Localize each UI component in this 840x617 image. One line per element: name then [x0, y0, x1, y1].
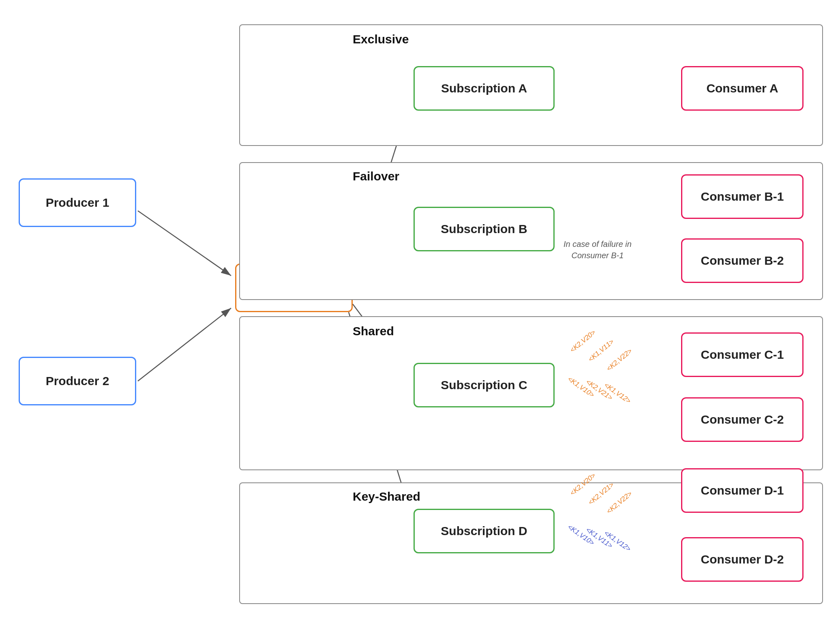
shared-title: Shared: [353, 324, 394, 338]
key-shared-title: Key-Shared: [353, 490, 420, 503]
consumer-b2-label: Consumer B-2: [701, 254, 784, 268]
subscription-d-box: Subscription D: [414, 509, 555, 553]
consumer-c1-box: Consumer C-1: [681, 332, 804, 377]
diagram: Producer 1 Producer 2 Pulsar Topic Exclu…: [0, 0, 840, 617]
consumer-c2-box: Consumer C-2: [681, 397, 804, 442]
consumer-a-label: Consumer A: [706, 81, 778, 95]
consumer-c2-label: Consumer C-2: [701, 413, 784, 426]
failover-note: In case of failure inConsumer B-1: [564, 238, 632, 261]
subscription-b-label: Subscription B: [441, 222, 527, 236]
producer-1-label: Producer 1: [46, 196, 109, 210]
subscription-c-label: Subscription C: [441, 378, 527, 392]
subscription-a-box: Subscription A: [414, 66, 555, 111]
svg-line-3: [138, 308, 231, 381]
consumer-a-box: Consumer A: [681, 66, 804, 111]
consumer-d2-label: Consumer D-2: [701, 553, 784, 566]
consumer-b1-label: Consumer B-1: [701, 190, 784, 204]
consumer-b1-box: Consumer B-1: [681, 174, 804, 219]
subscription-c-box: Subscription C: [414, 363, 555, 407]
consumer-b2-box: Consumer B-2: [681, 238, 804, 283]
consumer-d1-label: Consumer D-1: [701, 484, 784, 497]
exclusive-title: Exclusive: [353, 32, 409, 46]
producer-1-box: Producer 1: [19, 178, 136, 227]
failover-title: Failover: [353, 169, 399, 183]
producer-2-label: Producer 2: [46, 374, 109, 388]
consumer-c1-label: Consumer C-1: [701, 348, 784, 362]
consumer-d1-box: Consumer D-1: [681, 468, 804, 513]
subscription-d-label: Subscription D: [441, 524, 527, 538]
subscription-b-box: Subscription B: [414, 207, 555, 251]
svg-line-2: [138, 211, 231, 276]
subscription-a-label: Subscription A: [441, 81, 527, 95]
consumer-d2-box: Consumer D-2: [681, 537, 804, 582]
producer-2-box: Producer 2: [19, 357, 136, 405]
